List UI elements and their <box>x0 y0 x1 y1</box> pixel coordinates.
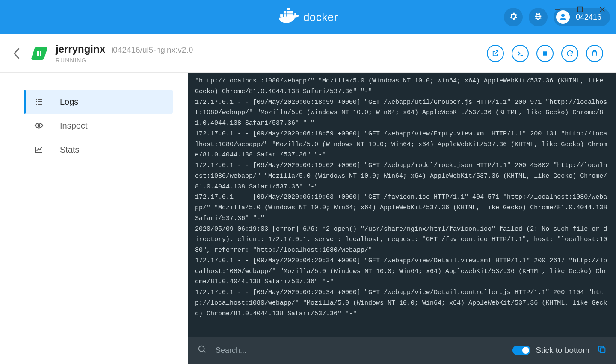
open-in-browser-button[interactable] <box>487 45 504 62</box>
brand-label: docker <box>303 11 338 24</box>
main-panel: "http://localhost:1080/webapp/" "Mozilla… <box>188 73 616 364</box>
search-input[interactable] <box>215 346 505 355</box>
svg-line-25 <box>204 351 206 353</box>
tab-stats[interactable]: Stats <box>24 138 173 161</box>
header-actions <box>487 45 603 62</box>
log-output[interactable]: "http://localhost:1080/webapp/" "Mozilla… <box>188 73 616 337</box>
svg-rect-5 <box>287 11 290 13</box>
svg-rect-4 <box>284 11 286 13</box>
svg-rect-7 <box>287 8 290 10</box>
window-maximize-button[interactable] <box>569 1 591 18</box>
stick-toggle[interactable]: Stick to bottom <box>512 346 589 355</box>
log-footer: Stick to bottom <box>188 337 616 364</box>
docker-whale-icon <box>278 8 300 26</box>
tab-inspect[interactable]: Inspect <box>24 114 173 138</box>
tab-logs-label: Logs <box>60 97 78 107</box>
svg-rect-14 <box>40 51 41 56</box>
sidebar: Logs Inspect Stats <box>0 73 188 364</box>
troubleshoot-button[interactable] <box>529 8 548 26</box>
back-button[interactable] <box>9 47 23 60</box>
svg-point-23 <box>38 125 40 127</box>
svg-rect-13 <box>38 51 39 56</box>
svg-rect-12 <box>37 51 38 56</box>
window-minimize-button[interactable] <box>547 1 569 18</box>
tab-logs[interactable]: Logs <box>24 90 173 114</box>
title-bar: docker i042416 <box>0 0 616 34</box>
svg-rect-9 <box>578 7 583 12</box>
delete-button[interactable] <box>586 45 603 62</box>
brand: docker <box>278 8 338 26</box>
eye-icon <box>34 122 44 129</box>
container-icon <box>32 47 47 60</box>
toggle-switch-icon <box>512 346 530 355</box>
bug-icon <box>533 12 543 23</box>
cli-button[interactable] <box>512 45 529 62</box>
logs-icon <box>34 98 44 105</box>
copy-button[interactable] <box>597 345 607 356</box>
svg-rect-16 <box>543 51 547 55</box>
body: Logs Inspect Stats "http://localhost:108… <box>0 73 616 364</box>
container-status: RUNNING <box>56 57 193 64</box>
search-icon <box>198 345 207 356</box>
svg-rect-0 <box>280 14 283 17</box>
svg-rect-6 <box>290 11 293 13</box>
tab-inspect-label: Inspect <box>60 121 87 131</box>
restart-button[interactable] <box>561 45 578 62</box>
tab-stats-label: Stats <box>60 145 80 155</box>
settings-button[interactable] <box>504 8 523 26</box>
gear-icon <box>509 12 518 23</box>
container-image: i042416/ui5-nginx:v2.0 <box>111 45 193 55</box>
svg-rect-26 <box>600 348 605 352</box>
stop-button[interactable] <box>536 45 554 62</box>
window-controls <box>547 1 613 18</box>
stick-label: Stick to bottom <box>536 346 589 355</box>
svg-rect-1 <box>284 14 286 17</box>
chart-icon <box>34 146 44 153</box>
container-header: jerrynginx i042416/ui5-nginx:v2.0 RUNNIN… <box>0 34 616 73</box>
svg-point-24 <box>199 346 204 352</box>
window-close-button[interactable] <box>591 1 613 18</box>
container-name: jerrynginx <box>56 43 105 55</box>
